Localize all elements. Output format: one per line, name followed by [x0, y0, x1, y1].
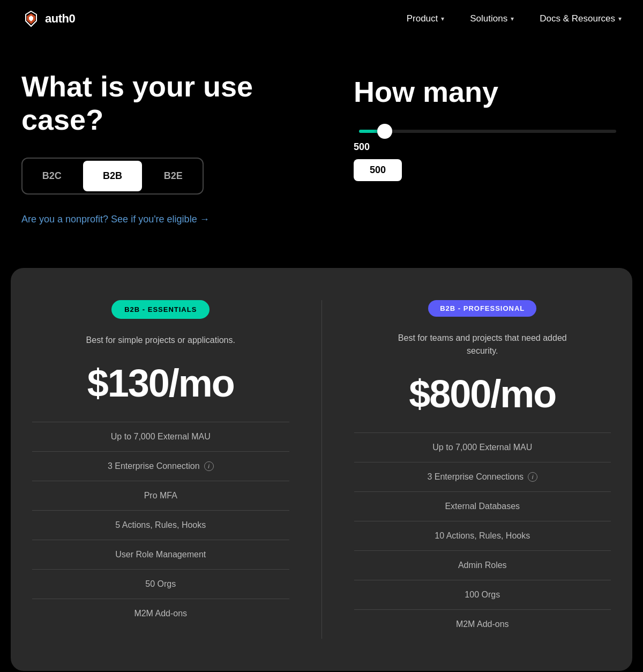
professional-feature-databases: External Databases: [354, 491, 611, 521]
nav-solutions-label: Solutions: [470, 13, 507, 24]
navbar: auth0 Product ▾ Solutions ▾ Docs & Resou…: [0, 0, 643, 38]
essentials-feature-orgs: 50 Orgs: [32, 569, 289, 599]
pricing-card-professional: B2B - PROFESSIONAL Best for teams and pr…: [354, 300, 611, 639]
professional-feature-m2m: M2M Add-ons: [354, 609, 611, 639]
slider-value-display: 500: [354, 141, 622, 153]
essentials-feature-mfa: Pro MFA: [32, 481, 289, 510]
professional-features: Up to 7,000 External MAU 3 Enterprise Co…: [354, 432, 611, 639]
professional-feature-actions: 10 Actions, Rules, Hooks: [354, 521, 611, 550]
nav-links: Product ▾ Solutions ▾ Docs & Resources ▾: [407, 13, 622, 24]
slider-section: How many 500 500: [354, 70, 622, 181]
slider-title: How many: [354, 75, 622, 108]
hero-section: What is your use case? B2C B2B B2E Are y…: [0, 38, 643, 268]
nonprofit-link[interactable]: Are you a nonprofit? See if you're eligi…: [21, 214, 322, 225]
essentials-description: Best for simple projects or applications…: [86, 334, 235, 347]
professional-feature-mau: Up to 7,000 External MAU: [354, 432, 611, 462]
essentials-badge: B2B - ESSENTIALS: [111, 300, 210, 319]
product-chevron-icon: ▾: [441, 15, 444, 23]
essentials-feature-mau: Up to 7,000 External MAU: [32, 422, 289, 451]
tab-b2b[interactable]: B2B: [83, 161, 141, 191]
slider-thumb[interactable]: [377, 124, 392, 139]
use-case-title: What is your use case?: [21, 70, 322, 136]
essentials-feature-roles: User Role Management: [32, 540, 289, 569]
slider-container: [354, 130, 622, 133]
slider-input-box[interactable]: 500: [354, 159, 402, 181]
auth0-logo-icon: [21, 9, 41, 28]
professional-price: $800/mo: [409, 375, 556, 413]
professional-feature-enterprise: 3 Enterprise Connections i: [354, 462, 611, 491]
docs-chevron-icon: ▾: [618, 15, 622, 23]
nav-docs-label: Docs & Resources: [540, 13, 615, 24]
essentials-feature-enterprise: 3 Enterprise Connection i: [32, 451, 289, 481]
info-icon-pro[interactable]: i: [528, 472, 537, 482]
essentials-feature-m2m: M2M Add-ons: [32, 599, 289, 628]
nonprofit-link-text: Are you a nonprofit? See if you're eligi…: [21, 214, 210, 225]
essentials-features: Up to 7,000 External MAU 3 Enterprise Co…: [32, 422, 289, 628]
pricing-section: B2B - ESSENTIALS Best for simple project…: [11, 268, 632, 671]
essentials-price: $130/mo: [87, 364, 234, 402]
logo[interactable]: auth0: [21, 9, 75, 28]
slider-track: [359, 130, 616, 133]
nav-solutions[interactable]: Solutions ▾: [470, 13, 514, 24]
logo-text: auth0: [45, 12, 75, 26]
solutions-chevron-icon: ▾: [511, 15, 514, 23]
essentials-feature-actions: 5 Actions, Rules, Hooks: [32, 510, 289, 540]
nav-product[interactable]: Product ▾: [407, 13, 445, 24]
nav-product-label: Product: [407, 13, 438, 24]
professional-description: Best for teams and projects that need ad…: [397, 332, 568, 357]
professional-badge: B2B - PROFESSIONAL: [428, 300, 536, 317]
tab-b2c[interactable]: B2C: [23, 159, 81, 193]
info-icon[interactable]: i: [204, 461, 214, 471]
use-case-section: What is your use case? B2C B2B B2E Are y…: [21, 70, 322, 225]
tab-b2e[interactable]: B2E: [144, 159, 203, 193]
nav-docs[interactable]: Docs & Resources ▾: [540, 13, 622, 24]
pricing-card-essentials: B2B - ESSENTIALS Best for simple project…: [32, 300, 289, 639]
professional-feature-orgs: 100 Orgs: [354, 580, 611, 609]
use-case-tabs: B2C B2B B2E: [21, 158, 204, 195]
pricing-divider: [322, 300, 322, 639]
professional-feature-admin: Admin Roles: [354, 550, 611, 580]
